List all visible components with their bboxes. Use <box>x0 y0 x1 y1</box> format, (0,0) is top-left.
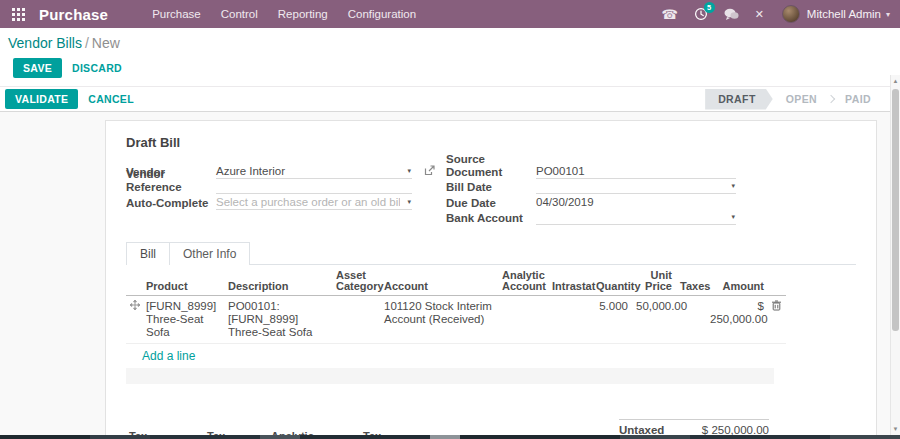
due-date-field[interactable]: 04/30/2019 <box>536 196 736 210</box>
bank-account-row: Bank Account ▾ <box>446 210 856 226</box>
main-menu: Purchase Control Reporting Configuration <box>142 8 426 20</box>
due-date-label: Due Date <box>446 197 536 210</box>
activities-clock-icon[interactable]: 5 <box>694 7 708 21</box>
bank-account-caret-icon[interactable]: ▾ <box>731 210 735 223</box>
bank-account-input[interactable] <box>536 211 724 224</box>
cell-unit-price[interactable]: 50,000.00 <box>632 296 676 344</box>
form-sheet: Draft Bill Vendor Azure Interior ▾ <box>105 120 877 439</box>
stage-draft[interactable]: DRAFT <box>705 89 773 110</box>
content-area: Draft Bill Vendor Azure Interior ▾ <box>0 112 900 439</box>
col-product: Product <box>142 267 224 296</box>
col-quantity: Quantity <box>592 267 632 296</box>
vendor-reference-row: Vendor Reference <box>126 179 446 195</box>
systray: ☎ 5 ✕ Mitchell Admin ▾ <box>645 5 890 23</box>
edit-actions: SAVE DISCARD <box>8 51 892 86</box>
control-panel: Vendor Bills/New SAVE DISCARD <box>0 28 900 86</box>
scroll-up-arrow[interactable]: ▲ <box>891 75 900 87</box>
bill-date-row: Bill Date ▾ <box>446 179 856 195</box>
phone-icon[interactable]: ☎ <box>661 7 677 22</box>
cell-amount[interactable]: $ 250,000.00 <box>706 296 768 344</box>
bottom-taskbar-edge <box>0 435 900 439</box>
notebook-tabs: Bill Other Info <box>126 242 856 265</box>
col-analytic-account: Analytic Account <box>498 267 548 296</box>
field-column-left: Vendor Azure Interior ▾ Vendor Reference <box>126 163 446 225</box>
vertical-scrollbar[interactable]: ▲ ▼ <box>890 75 900 435</box>
scrollbar-thumb[interactable] <box>892 89 899 331</box>
bill-date-field[interactable]: ▾ <box>536 180 736 194</box>
auto-complete-label: Auto-Complete <box>126 197 216 210</box>
source-document-row: Source Document PO00101 <box>446 163 856 179</box>
bill-date-label: Bill Date <box>446 181 536 194</box>
drag-handle-icon[interactable] <box>126 296 142 344</box>
vendor-reference-field[interactable] <box>216 180 412 194</box>
source-document-label: Source Document <box>446 153 536 179</box>
vendor-reference-label: Vendor Reference <box>126 168 216 194</box>
empty-line-row[interactable] <box>126 368 774 384</box>
menu-configuration[interactable]: Configuration <box>338 8 426 20</box>
bill-date-caret-icon[interactable]: ▾ <box>731 179 735 192</box>
bank-account-field[interactable]: ▾ <box>536 211 736 225</box>
auto-complete-input[interactable] <box>216 196 400 209</box>
col-delete <box>768 267 786 296</box>
cell-description[interactable]: PO00101: [FURN_8999] Three-Seat Sofa <box>224 296 332 344</box>
col-description: Description <box>224 267 332 296</box>
stage-open[interactable]: OPEN <box>773 89 830 110</box>
tab-other-info[interactable]: Other Info <box>170 242 250 265</box>
line-row: [FURN_8999] Three-Seat Sofa PO00101: [FU… <box>126 296 786 344</box>
top-navbar: Purchase Purchase Control Reporting Conf… <box>0 0 900 28</box>
vendor-field[interactable]: Azure Interior ▾ <box>216 165 412 179</box>
stage-paid[interactable]: PAID <box>832 89 884 110</box>
user-caret-icon: ▾ <box>886 10 890 19</box>
auto-complete-field[interactable]: ▾ <box>216 196 412 210</box>
col-asset-category: Asset Category <box>332 267 380 296</box>
breadcrumb: Vendor Bills/New <box>8 35 892 51</box>
cell-account[interactable]: 101120 Stock Interim Account (Received) <box>380 296 498 344</box>
cell-asset-category[interactable] <box>332 296 380 344</box>
invoice-lines-table: Product Description Asset Category Accou… <box>126 267 786 344</box>
breadcrumb-current: New <box>92 35 120 51</box>
add-line-link[interactable]: Add a line <box>126 344 774 368</box>
due-date-row: Due Date 04/30/2019 <box>446 194 856 210</box>
user-avatar[interactable] <box>782 5 800 23</box>
apps-grid-icon[interactable] <box>12 8 25 21</box>
menu-reporting[interactable]: Reporting <box>268 8 338 20</box>
lines-header-row: Product Description Asset Category Accou… <box>126 267 786 296</box>
cell-analytic-account[interactable] <box>498 296 548 344</box>
col-amount: Amount <box>706 267 768 296</box>
scroll-down-arrow[interactable]: ▼ <box>891 423 900 435</box>
auto-complete-caret-icon[interactable]: ▾ <box>407 195 411 208</box>
col-account: Account <box>380 267 498 296</box>
breadcrumb-separator: / <box>82 35 92 51</box>
auto-complete-row: Auto-Complete ▾ <box>126 194 446 210</box>
page-title: Draft Bill <box>126 135 856 150</box>
cell-intrastat[interactable] <box>548 296 592 344</box>
activity-count-badge: 5 <box>704 2 715 13</box>
close-icon[interactable]: ✕ <box>755 8 764 21</box>
menu-purchase[interactable]: Purchase <box>142 8 211 20</box>
field-column-right: Source Document PO00101 Bill Date ▾ Due … <box>446 163 856 225</box>
cell-product[interactable]: [FURN_8999] Three-Seat Sofa <box>142 296 224 344</box>
delete-line-trash-icon[interactable] <box>768 296 786 344</box>
breadcrumb-vendor-bills[interactable]: Vendor Bills <box>8 35 82 51</box>
bill-date-input[interactable] <box>536 180 724 193</box>
app-brand[interactable]: Purchase <box>39 6 108 23</box>
user-menu[interactable]: Mitchell Admin <box>807 8 881 20</box>
menu-control[interactable]: Control <box>211 8 268 20</box>
save-button[interactable]: SAVE <box>13 58 62 78</box>
statusbar-panel: VALIDATE CANCEL DRAFT OPEN PAID <box>0 87 900 112</box>
validate-button[interactable]: VALIDATE <box>5 89 78 109</box>
cancel-button[interactable]: CANCEL <box>78 89 144 109</box>
source-document-field[interactable]: PO00101 <box>536 165 736 179</box>
col-taxes: Taxes <box>676 267 706 296</box>
messages-icon[interactable] <box>724 8 739 21</box>
vendor-caret-icon[interactable]: ▾ <box>407 164 411 177</box>
tab-bill[interactable]: Bill <box>126 242 170 265</box>
cell-quantity[interactable]: 5.000 <box>592 296 632 344</box>
field-group: Vendor Azure Interior ▾ Vendor Reference <box>126 163 856 225</box>
discard-button[interactable]: DISCARD <box>62 58 132 78</box>
status-pipeline: DRAFT OPEN PAID <box>705 89 884 110</box>
vendor-reference-input[interactable] <box>216 180 400 193</box>
vendor-external-link-icon[interactable] <box>424 165 435 178</box>
col-handle <box>126 267 142 296</box>
col-intrastat: Intrastat <box>548 267 592 296</box>
